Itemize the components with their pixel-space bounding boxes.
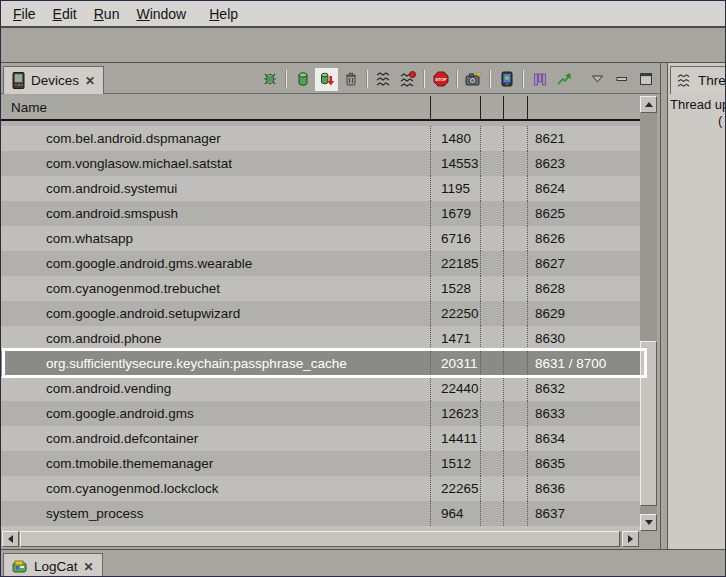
cell-port: 8633 [527,401,640,426]
cell-c2 [503,176,527,201]
cell-port: 8628 [527,276,640,301]
method-profiling-icon[interactable] [399,71,416,88]
cell-c1 [480,376,503,401]
cell-port: 8634 [527,426,640,451]
cell-c1 [480,351,503,376]
table-row[interactable]: com.vonglasow.michael.satstat145538623 [1,151,640,176]
horizontal-scrollbar[interactable] [2,531,639,547]
columns-icon[interactable] [531,71,548,88]
table-row[interactable]: com.android.smspush16798625 [1,201,640,226]
table-row[interactable]: com.android.vending224408632 [1,376,640,401]
cell-c1 [480,201,503,226]
toolbar-band [1,28,725,63]
column-header-name[interactable]: Name [1,100,47,115]
tab-devices[interactable]: Devices ✕ [3,66,104,94]
view-menu-icon[interactable] [589,71,606,88]
menu-help[interactable]: Help [209,6,238,22]
toolbar-separator [366,70,368,88]
column-divider[interactable] [480,96,481,119]
table-row[interactable]: com.google.android.gms.wearable221858627 [1,251,640,276]
screen-capture-icon[interactable] [465,71,482,88]
menu-run[interactable]: Run [94,6,120,22]
vertical-scrollbar[interactable] [640,96,657,531]
gc-trash-icon[interactable] [342,71,359,88]
vertical-scroll-thumb[interactable] [640,341,657,506]
scroll-right-button[interactable] [622,531,639,547]
table-row[interactable]: org.sufficientlysecure.keychain:passphra… [1,351,640,376]
table-row[interactable]: com.cyanogenmod.lockclock222658636 [1,476,640,501]
table-row[interactable]: com.whatsapp67168626 [1,226,640,251]
process-table-body: com.bel.android.dspmanager14808621com.vo… [1,121,640,531]
toolbar-separator [423,70,425,88]
table-row[interactable]: com.bel.android.dspmanager14808621 [1,126,640,151]
scroll-left-button[interactable] [2,531,19,547]
close-icon[interactable]: ✕ [85,74,95,88]
threads-message-line2: ( [670,113,726,129]
table-row[interactable]: com.cyanogenmod.trebuchet15288628 [1,276,640,301]
minimize-icon[interactable] [613,71,630,88]
table-row[interactable]: com.android.defcontainer144118634 [1,426,640,451]
cell-name: org.sufficientlysecure.keychain:passphra… [1,351,430,376]
trend-arrow-icon[interactable] [555,71,572,88]
table-row[interactable]: com.android.systemui11958624 [1,176,640,201]
menu-run-label: un [104,6,120,22]
cell-c2 [503,376,527,401]
cell-c2 [503,426,527,451]
column-divider[interactable] [503,96,504,119]
menu-window[interactable]: Window [136,6,186,22]
cell-pid: 1471 [430,326,480,351]
stop-icon[interactable]: STOP [432,71,449,88]
close-icon[interactable]: ✕ [84,560,94,574]
phone-icon [12,72,25,89]
table-row[interactable]: com.google.android.setupwizard222508629 [1,301,640,326]
cell-c2 [503,326,527,351]
cell-name: com.android.defcontainer [1,426,430,451]
horizontal-scroll-thumb[interactable] [20,531,620,547]
menu-window-label: indow [150,6,187,22]
cell-port: 8627 [527,251,640,276]
cell-pid: 12623 [430,401,480,426]
cell-c1 [480,501,503,526]
cell-port: 8623 [527,151,640,176]
cell-name: com.google.android.gms.wearable [1,251,430,276]
update-heap-icon[interactable] [294,71,311,88]
column-divider[interactable] [430,96,431,119]
tab-logcat[interactable]: LogCat ✕ [3,553,103,577]
cell-c2 [503,451,527,476]
cell-c2 [503,301,527,326]
scroll-down-button[interactable] [640,514,657,531]
cell-pid: 22265 [430,476,480,501]
menu-edit[interactable]: Edit [53,6,77,22]
cell-c1 [480,276,503,301]
screen-record-icon[interactable] [498,71,515,88]
cell-name: com.cyanogenmod.trebuchet [1,276,430,301]
dump-hprof-icon[interactable] [318,71,335,88]
cell-pid: 1679 [430,201,480,226]
cell-c1 [480,251,503,276]
menu-edit-hotkey: E [53,6,62,22]
cell-c2 [503,501,527,526]
scroll-up-button[interactable] [640,96,657,113]
cell-port: 8621 [527,126,640,151]
table-row[interactable]: com.google.android.gms126238633 [1,401,640,426]
table-row[interactable]: com.tmobile.thememanager15128635 [1,451,640,476]
cell-c1 [480,426,503,451]
cell-pid: 6716 [430,226,480,251]
table-header[interactable]: Name [1,96,640,121]
debug-icon[interactable] [261,71,278,88]
logcat-icon [12,559,28,575]
update-threads-icon[interactable] [375,71,392,88]
cell-c1 [480,401,503,426]
cell-c1 [480,451,503,476]
tab-threads[interactable]: Threads [670,66,726,94]
table-row[interactable]: system_process9648637 [1,501,640,526]
maximize-icon[interactable] [637,71,654,88]
cell-port: 8626 [527,226,640,251]
table-row[interactable]: com.android.phone14718630 [1,326,640,351]
cell-c2 [503,151,527,176]
cell-c2 [503,401,527,426]
cell-pid: 14553 [430,151,480,176]
menu-file[interactable]: File [13,6,36,22]
column-divider[interactable] [527,96,528,119]
menu-file-hotkey: F [13,6,22,22]
